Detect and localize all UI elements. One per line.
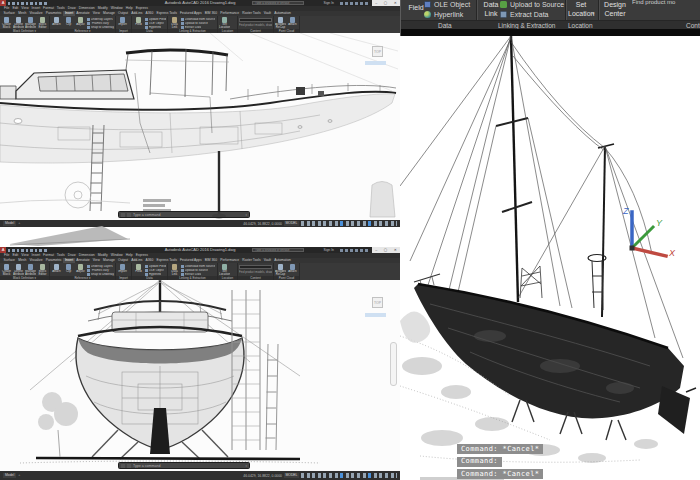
viewcube[interactable]: TOP xyxy=(372,297,383,308)
ribbon-button[interactable]: Field xyxy=(133,264,144,277)
ribbon-button[interactable]: Attach xyxy=(287,264,298,277)
ribbon-small-icon xyxy=(145,265,148,268)
ribbon-small-icon xyxy=(145,22,148,25)
minimize-button[interactable]: – xyxy=(375,247,377,253)
ribbon-panel: ImportImport xyxy=(116,16,132,33)
ribbon-small-icon xyxy=(181,18,184,21)
ribbon-button[interactable]: Attach xyxy=(51,17,62,30)
panel-divider xyxy=(565,0,566,20)
command-line[interactable]: Type a command ▾ xyxy=(118,462,250,469)
help-search-input[interactable]: Type a keyword or phrase xyxy=(252,1,304,5)
viewcube[interactable]: TOP xyxy=(372,46,383,57)
set-location-button[interactable]: Set Location xyxy=(568,1,594,18)
new-layout-button[interactable]: + xyxy=(18,473,20,478)
ribbon-small-item[interactable]: Underlay Layers xyxy=(87,18,114,21)
zoomed-autocad-view: Field OLE Object Hyperlink Data Link Upl… xyxy=(400,0,700,480)
minimize-button[interactable]: – xyxy=(375,0,377,6)
drawing-canvas-bow-view[interactable]: TOP Type a command ▾ xyxy=(0,280,400,471)
upload-to-source-button[interactable]: Upload to Source xyxy=(500,0,566,9)
ribbon-button[interactable]: Data Link xyxy=(169,17,180,30)
ribbon-small-item[interactable]: Upload to Source xyxy=(181,269,216,272)
command-search-icon[interactable] xyxy=(127,464,131,468)
active-toggle-icon[interactable] xyxy=(340,473,343,478)
command-input[interactable]: Type a command xyxy=(133,464,243,468)
ribbon-small-item[interactable]: OLE Object xyxy=(145,269,166,272)
seek-search-text[interactable]: Find product mo xyxy=(632,0,700,5)
ribbon-panel: Find product models, drawings and specsC… xyxy=(238,16,274,33)
command-expand-icon[interactable]: ▾ xyxy=(245,464,247,468)
ribbon-small-item[interactable]: OLE Object xyxy=(145,22,166,25)
ribbon-small-item[interactable]: *Frames vary* xyxy=(87,22,114,25)
ribbon-small-item[interactable]: Update Fields xyxy=(145,265,166,268)
ribbon-button[interactable]: Clip xyxy=(63,264,74,277)
ole-object-button[interactable]: OLE Object xyxy=(424,0,474,9)
hyperlink-button[interactable]: Hyperlink xyxy=(424,9,474,19)
ribbon-button[interactable]: Import xyxy=(117,17,128,30)
seek-search-field[interactable] xyxy=(239,18,272,22)
ribbon-small-item[interactable]: Underlay Layers xyxy=(87,265,114,268)
ribbon-button[interactable]: Set Location xyxy=(219,17,230,30)
drawing-canvas-side-view[interactable]: TOP Type a command ▾ xyxy=(0,33,400,220)
set-location-dropdown-icon[interactable]: ▾ xyxy=(592,10,595,16)
close-button[interactable]: ✕ xyxy=(394,247,397,253)
ribbon-small-item[interactable]: *Frames vary* xyxy=(87,269,114,272)
sign-in-button[interactable]: Sign In xyxy=(323,1,334,5)
ribbon-button[interactable]: Set Location xyxy=(219,264,230,277)
infocenter-icons[interactable] xyxy=(340,249,370,252)
panel-divider xyxy=(598,0,599,20)
ribbon-button[interactable]: Manage Attributes xyxy=(25,17,36,30)
ribbon-button[interactable]: Attach xyxy=(51,264,62,277)
maximize-button[interactable]: ▢ xyxy=(384,247,387,253)
ribbon-panel: Autodesk ReCapAttachPoint Cloud xyxy=(274,263,300,280)
drawing-canvas-3d-view[interactable]: Z Y X xyxy=(400,36,700,480)
status-toggle-icons[interactable] xyxy=(301,473,397,478)
ribbon-button[interactable]: Adjust xyxy=(75,17,86,30)
ribbon-button[interactable]: Define Attributes xyxy=(13,17,24,30)
infocenter-icons[interactable] xyxy=(340,2,370,5)
ribbon-button[interactable]: Autodesk ReCap xyxy=(275,264,286,277)
ribbon-button[interactable]: Autodesk ReCap xyxy=(275,17,286,30)
command-input[interactable]: Type a command xyxy=(133,213,243,217)
sign-in-button[interactable]: Sign In xyxy=(323,248,334,252)
ribbon-button[interactable]: Attach xyxy=(287,17,298,30)
ribbon-button[interactable]: Create Block xyxy=(1,264,12,277)
hyperlink-globe-icon xyxy=(424,11,431,18)
model-space-badge[interactable]: MODEL xyxy=(284,473,299,478)
close-button[interactable]: ✕ xyxy=(394,0,397,6)
maximize-button[interactable]: ▢ xyxy=(384,0,387,6)
ribbon-panel: FieldUpdate FieldsOLE ObjectHyperlinkDat… xyxy=(132,16,168,33)
ribbon-button[interactable]: Clip xyxy=(63,17,74,30)
ribbon-button[interactable]: Import xyxy=(117,264,128,277)
seek-search-field[interactable] xyxy=(239,265,272,269)
ribbon-button[interactable]: Block Editor xyxy=(37,17,48,30)
ribbon-button[interactable]: Create Block xyxy=(1,17,12,30)
ribbon-button[interactable]: Data Link xyxy=(169,264,180,277)
command-customize-icon[interactable] xyxy=(121,464,125,468)
command-expand-icon[interactable]: ▾ xyxy=(245,213,247,217)
command-line[interactable]: Type a command ▾ xyxy=(118,211,250,218)
command-search-icon[interactable] xyxy=(127,213,131,217)
ribbon-small-item[interactable]: Download from Source xyxy=(181,18,216,21)
active-toggle-icon[interactable] xyxy=(340,221,343,226)
design-center-button[interactable]: Design Center xyxy=(600,1,630,18)
ribbon-button[interactable]: Manage Attributes xyxy=(25,264,36,277)
ribbon-small-item[interactable]: Upload to Source xyxy=(181,22,216,25)
ribbon-small-item[interactable]: Download from Source xyxy=(181,265,216,268)
active-toggle-icon[interactable] xyxy=(368,473,371,478)
ribbon-small-item[interactable]: Update Fields xyxy=(145,18,166,21)
status-toggle-icons[interactable] xyxy=(301,221,397,226)
seek-search-hint: Find product models, drawings and specs xyxy=(239,23,272,27)
command-customize-icon[interactable] xyxy=(121,213,125,217)
navigation-bar[interactable] xyxy=(390,342,397,386)
ribbon-button[interactable]: Define Attributes xyxy=(13,264,24,277)
ribbon-button[interactable]: Block Editor xyxy=(37,264,48,277)
viewport-label xyxy=(365,313,386,317)
model-tab[interactable]: Model xyxy=(3,473,16,478)
help-search-input[interactable]: Type a keyword or phrase xyxy=(252,248,304,252)
active-toggle-icon[interactable] xyxy=(368,221,371,226)
model-space-badge[interactable]: MODEL xyxy=(284,221,299,226)
ribbon-panel: Create BlockDefine AttributesManage Attr… xyxy=(0,263,50,280)
extract-data-button[interactable]: Extract Data xyxy=(500,9,566,19)
ribbon-button[interactable]: Adjust xyxy=(75,264,86,277)
ribbon-button[interactable]: Field xyxy=(133,17,144,30)
